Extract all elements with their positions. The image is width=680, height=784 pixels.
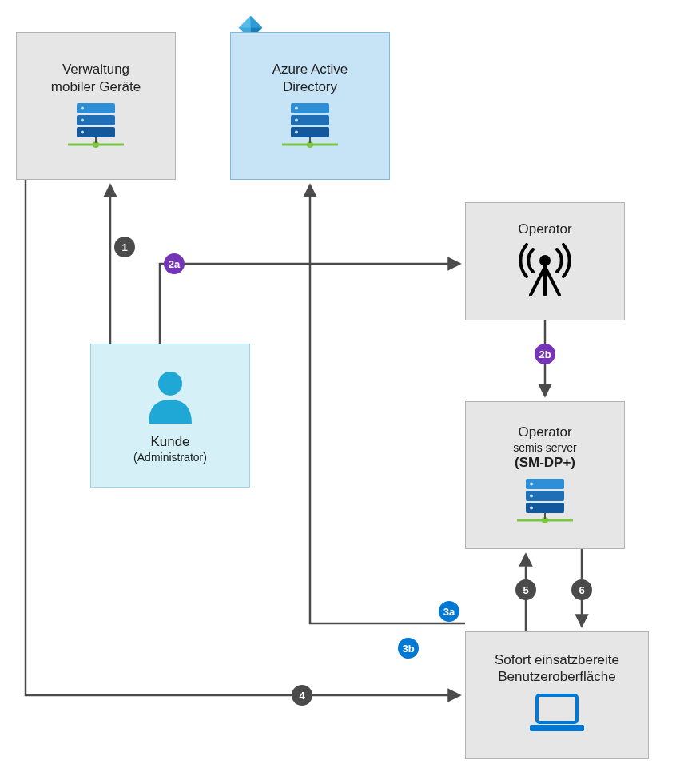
operator-title: Operator [518,221,571,237]
server-sub1: semis server [513,441,576,454]
badge-5: 5 [515,579,536,600]
node-operator: Operator [465,202,625,320]
svg-rect-40 [530,725,584,731]
badge-3a: 3a [439,601,459,622]
node-oobe: Sofort einsatzbereite Benutzeroberfläche [465,631,649,759]
svg-point-13 [81,130,84,133]
svg-point-33 [530,482,533,485]
svg-point-11 [81,106,84,109]
svg-point-35 [530,506,533,509]
oobe-line2: Benutzeroberfläche [498,668,615,685]
svg-point-20 [295,106,298,109]
badge-6: 6 [571,579,592,600]
aad-title: Azure Active [272,61,348,78]
svg-rect-39 [537,695,577,722]
node-server: Operator semis server (SM-DP+) [465,401,625,549]
mdm-subtitle: mobiler Geräte [51,78,141,95]
svg-point-41 [158,372,182,396]
server-icon [68,103,124,151]
server-icon [282,103,338,151]
laptop-icon [526,693,588,739]
svg-point-22 [295,130,298,133]
badge-2b: 2b [535,344,555,364]
badge-3b: 3b [398,638,419,659]
svg-marker-5 [251,16,263,28]
kunde-subtitle: (Administrator) [133,451,207,464]
antenna-icon [517,243,573,302]
kunde-title: Kunde [150,433,189,450]
node-kunde: Kunde (Administrator) [90,344,250,488]
user-icon [142,368,198,428]
oobe-line1: Sofort einsatzbereite [495,651,619,668]
server-sub2: (SM-DP+) [515,454,575,471]
mdm-title: Verwaltung [62,61,129,78]
badge-2a: 2a [164,253,185,274]
server-title: Operator [518,424,571,440]
badge-4: 4 [292,685,312,706]
node-aad: Azure Active Directory [230,32,390,180]
svg-point-21 [295,118,298,121]
svg-point-12 [81,118,84,121]
node-mdm: Verwaltung mobiler Geräte [16,32,176,180]
badge-1: 1 [114,237,135,257]
svg-point-34 [530,494,533,497]
aad-subtitle: Directory [283,78,337,95]
server-icon [517,479,573,527]
